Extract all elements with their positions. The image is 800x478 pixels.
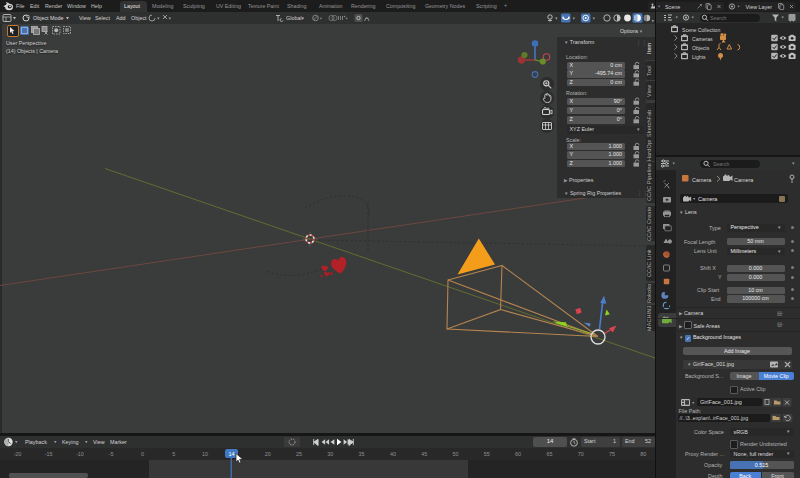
svg-text:25: 25 — [296, 451, 302, 457]
svg-text:45: 45 — [421, 451, 427, 457]
svg-text:Scene Collection: Scene Collection — [682, 27, 720, 33]
svg-text:View: View — [79, 15, 91, 21]
svg-text:Search: Search — [710, 15, 727, 21]
svg-text:View Layer: View Layer — [746, 3, 773, 9]
svg-text:14: 14 — [228, 451, 234, 457]
svg-text:75: 75 — [609, 451, 615, 457]
svg-text:Search: Search — [713, 161, 730, 167]
svg-text:80: 80 — [640, 451, 646, 457]
svg-text:10: 10 — [202, 451, 208, 457]
svg-text:-15: -15 — [45, 451, 53, 457]
svg-text:-20: -20 — [13, 451, 21, 457]
svg-text:Object: Object — [131, 15, 147, 21]
svg-text:Lights: Lights — [692, 54, 706, 60]
svg-text:20: 20 — [265, 451, 271, 457]
svg-text:-5: -5 — [109, 451, 114, 457]
svg-text:70: 70 — [578, 451, 584, 457]
svg-text:Camera: Camera — [692, 177, 711, 183]
svg-text:60: 60 — [515, 451, 521, 457]
svg-text:40: 40 — [390, 451, 396, 457]
svg-text:Keying: Keying — [62, 439, 78, 445]
svg-text:Camera: Camera — [698, 196, 717, 202]
svg-text:0: 0 — [141, 451, 144, 457]
svg-text:Objects: Objects — [692, 45, 710, 51]
svg-text:View: View — [93, 439, 105, 445]
svg-text:55: 55 — [484, 451, 490, 457]
svg-text:Playback: Playback — [25, 439, 47, 445]
svg-text:50: 50 — [453, 451, 459, 457]
svg-text:Camera: Camera — [734, 177, 753, 183]
svg-text:5: 5 — [172, 451, 175, 457]
svg-text:Scene: Scene — [665, 3, 680, 9]
svg-text:65: 65 — [546, 451, 552, 457]
svg-text:Marker: Marker — [110, 439, 127, 445]
svg-text:35: 35 — [359, 451, 365, 457]
svg-text:Object Mode: Object Mode — [33, 15, 64, 21]
svg-text:30: 30 — [327, 451, 333, 457]
svg-text:Global: Global — [286, 15, 302, 21]
svg-text:Select: Select — [95, 15, 110, 21]
svg-text:Add: Add — [116, 15, 126, 21]
svg-text:-10: -10 — [76, 451, 84, 457]
svg-text:Cameras: Cameras — [692, 36, 713, 42]
